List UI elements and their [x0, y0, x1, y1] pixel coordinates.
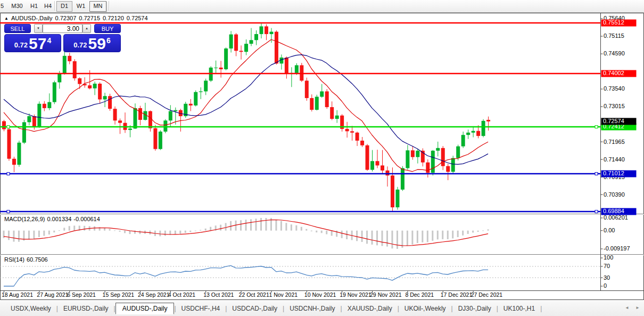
- date-label: 24 Sep 2021: [138, 291, 170, 298]
- symbol-title: AUDUSD-,Daily: [11, 15, 53, 21]
- svg-text:0.75512: 0.75512: [603, 19, 624, 26]
- svg-text:0.71012: 0.71012: [603, 170, 624, 176]
- macd-main-value: 0.001334: [47, 216, 71, 222]
- date-label: 22 Oct 2021: [239, 291, 269, 298]
- chart-ohlc-header: ▲AUDUSD-,Daily0.723070.727150.721200.725…: [4, 15, 151, 21]
- svg-text:70: 70: [604, 263, 610, 269]
- tab-eurusd-daily[interactable]: EURUSD-,Daily: [58, 303, 114, 314]
- rsi-axis: 10070300: [601, 254, 614, 289]
- date-label: 1 Nov 2021: [269, 291, 298, 298]
- timeframe-button-m30[interactable]: M30: [9, 1, 26, 11]
- toolbar-separator: [54, 1, 55, 11]
- ohlc-low: 0.72120: [103, 15, 124, 21]
- ma-fast-line: [4, 39, 488, 172]
- buy-price-pip: 6: [106, 36, 111, 45]
- date-label: 10 Nov 2021: [304, 291, 336, 298]
- volume-input[interactable]: [43, 24, 82, 33]
- tab-usdcnh-daily[interactable]: USDCNH-,Daily: [284, 303, 340, 314]
- line-handle[interactable]: [7, 173, 10, 175]
- date-label: 15 Sep 2021: [103, 291, 135, 298]
- timeframe-button-5[interactable]: 5: [0, 1, 5, 11]
- tab-usdx-weekly[interactable]: USDX,Weekly: [5, 303, 56, 314]
- line-handle[interactable]: [7, 126, 10, 128]
- svg-text:-0.009197: -0.009197: [604, 245, 630, 252]
- date-label: 4 Oct 2021: [168, 291, 196, 298]
- sell-price-prefix: 0.72: [14, 41, 28, 49]
- volume-decrease-button[interactable]: ▼: [34, 24, 43, 33]
- macd-histogram: [3, 218, 489, 249]
- rsi-line: [4, 265, 488, 286]
- tab-usdcad-daily[interactable]: USDCAD-,Daily: [227, 303, 283, 314]
- volume-increase-button[interactable]: ▲: [82, 24, 91, 33]
- symbol-tab-bar: USDX,Weekly|EURUSD-,Daily|AUDUSD-,Daily|…: [0, 301, 644, 316]
- tabs-scroll-left-icon[interactable]: ◄: [625, 305, 629, 310]
- date-label: 27 Dec 2021: [471, 291, 503, 298]
- buy-price-prefix: 0.72: [73, 41, 87, 49]
- line-handle[interactable]: [595, 210, 598, 213]
- date-label: 13 Oct 2021: [203, 291, 234, 298]
- ohlc-high: 0.72715: [79, 15, 100, 21]
- svg-text:0.71965: 0.71965: [604, 139, 625, 145]
- buy-price-button[interactable]: 0.72 59 6: [63, 34, 121, 52]
- timeframe-button-h1[interactable]: H1: [28, 1, 40, 11]
- line-handle[interactable]: [595, 126, 598, 128]
- one-click-trade-panel: SELL ▼ ▲ BUY 0.72 57 4 0.72 59 6: [4, 24, 121, 52]
- macd-axis: 0.0062010.00-0.009197: [601, 214, 630, 252]
- price-axis: 0.756400.751150.745900.735400.730150.719…: [601, 15, 637, 215]
- svg-text:0.00: 0.00: [604, 227, 615, 233]
- application-window: 0.756400.751150.745900.735400.730150.719…: [0, 0, 644, 316]
- rsi-levels: [0, 266, 601, 278]
- date-label: 6 Sep 2021: [67, 291, 96, 298]
- tabs-scroll-right-icon[interactable]: ►: [635, 305, 640, 310]
- sell-price-button[interactable]: 0.72 57 4: [4, 34, 61, 52]
- rsi-value: 60.7506: [27, 256, 48, 263]
- svg-text:0.73540: 0.73540: [604, 85, 625, 92]
- timeframe-toolbar: 5M30H1H4D1W1MN: [0, 0, 644, 13]
- tab-usdchf-h4[interactable]: USDCHF-,H4: [176, 303, 226, 314]
- date-label: 19 Nov 2021: [340, 291, 371, 298]
- timeframe-button-d1[interactable]: D1: [56, 1, 72, 12]
- date-label: 29 Nov 2021: [370, 291, 402, 298]
- svg-text:0.73015: 0.73015: [604, 103, 625, 109]
- sell-price-big: 57: [29, 35, 46, 52]
- svg-text:30: 30: [604, 274, 610, 281]
- ohlc-close: 0.72574: [127, 15, 148, 21]
- svg-text:0.006201: 0.006201: [604, 214, 628, 221]
- sell-price-pip: 4: [47, 36, 51, 45]
- buy-button[interactable]: BUY: [94, 24, 121, 33]
- tab-separator: |: [540, 305, 542, 312]
- rsi-name: RSI(14): [4, 256, 24, 263]
- macd-header: MACD(12,26,9)0.001334-0.000614: [4, 216, 102, 222]
- svg-text:0.69884: 0.69884: [603, 208, 624, 214]
- svg-text:0.74002: 0.74002: [603, 70, 624, 76]
- date-label: 8 Dec 2021: [405, 291, 434, 298]
- tab-xauusd-daily[interactable]: XAUUSD-,Daily: [342, 303, 398, 314]
- ohlc-open: 0.72307: [55, 15, 77, 21]
- timeframe-button-mn[interactable]: MN: [89, 1, 106, 12]
- svg-text:0: 0: [604, 282, 607, 289]
- svg-text:0.75115: 0.75115: [604, 33, 624, 39]
- line-handle[interactable]: [595, 173, 598, 175]
- rsi-header: RSI(14)60.7506: [4, 256, 50, 263]
- toolbar-separator: [109, 1, 110, 11]
- macd-name: MACD(12,26,9): [4, 216, 45, 222]
- tab-dj30-daily[interactable]: DJ30-,Daily: [453, 303, 497, 314]
- tab-ukoil-weekly[interactable]: UKOil-,Weekly: [399, 303, 451, 314]
- timeframe-button-w1[interactable]: W1: [73, 1, 88, 11]
- date-axis: 18 Aug 202127 Aug 20216 Sep 202115 Sep 2…: [2, 291, 502, 298]
- svg-text:0.71440: 0.71440: [604, 156, 625, 163]
- date-label: 17 Dec 2021: [441, 291, 473, 298]
- timeframe-button-h4[interactable]: H4: [42, 1, 54, 11]
- collapse-panel-icon[interactable]: ▲: [4, 16, 9, 21]
- sell-button[interactable]: SELL: [4, 24, 31, 33]
- svg-text:0.74590: 0.74590: [604, 50, 625, 56]
- date-label: 18 Aug 2021: [2, 291, 33, 298]
- date-label: 27 Aug 2021: [37, 291, 68, 298]
- svg-text:100: 100: [604, 254, 613, 261]
- svg-text:0.72574: 0.72574: [603, 118, 624, 124]
- svg-text:0.70390: 0.70390: [604, 191, 625, 198]
- line-handle[interactable]: [7, 210, 10, 213]
- buy-price-big: 59: [88, 35, 106, 52]
- tab-uk100-h1[interactable]: UK100-,H1: [498, 303, 540, 314]
- tab-audusd-daily[interactable]: AUDUSD-,Daily: [115, 303, 175, 314]
